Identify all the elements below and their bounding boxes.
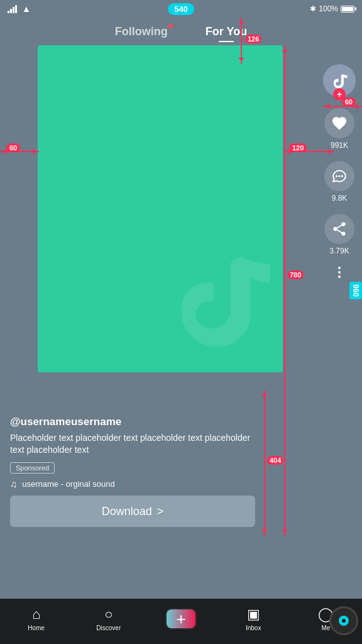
right-actions: + 991K 9.8K [323,64,356,278]
share-icon [331,221,348,237]
comment-icon-container [324,161,354,191]
measure-h-left [0,151,39,152]
measure-badge-126: 126 [245,35,261,43]
comment-count: 9.8K [332,194,348,203]
bar1 [8,11,9,13]
measure-v-top [241,18,242,64]
nav-home[interactable]: ⌂ Home [0,606,72,631]
description: Placeholder text placeholder text placeh… [10,432,260,457]
more-action[interactable] [338,267,341,278]
share-icon-container [324,214,354,244]
signal-area: ▲ [8,4,31,14]
video-thumbnail [38,45,283,372]
username: @usernameusername [10,416,260,428]
like-action[interactable]: 991K [324,108,354,150]
download-arrow: > [157,505,164,518]
tiktok-watermark [157,240,270,353]
like-icon-container [324,108,354,138]
sound-name: username - orginal sound [22,479,114,489]
more-icon [338,267,341,278]
tab-following[interactable]: Following [115,25,168,38]
measure-h-right [323,106,362,107]
comment-action[interactable]: 9.8K [324,161,354,203]
sound-row: ♫ username - orginal sound [10,479,260,489]
nav-discover[interactable]: ○ Discover [72,606,145,631]
bar4 [15,5,17,13]
home-icon: ⌂ [32,606,40,623]
nav-create[interactable]: + [145,609,217,628]
signal-bars [8,5,17,13]
inbox-label: Inbox [246,625,261,631]
bar2 [10,9,12,13]
nav-inbox[interactable]: ▣ Inbox [217,606,290,631]
share-count: 3.79K [329,247,349,255]
battery-icon [341,6,354,13]
measure-badge-780: 780 [287,270,304,279]
bar3 [13,7,14,13]
measure-960: 960 [349,282,362,299]
center-value: 540 [168,3,194,15]
measure-badge-right60: 60 [342,97,356,106]
comment-icon [331,168,348,184]
avatar-container[interactable]: + [323,64,356,97]
discover-icon: ○ [104,606,112,623]
measure-v-404 [264,390,265,536]
nav-tabs: Following For You [0,18,362,45]
me-label: Me [321,625,330,631]
inbox-icon: ▣ [247,606,260,623]
measure-v-780 [284,45,285,536]
sponsored-badge: Sponsored [10,462,55,474]
bluetooth-icon: ✱ [310,4,316,13]
discover-label: Discover [96,625,121,631]
create-plus-icon[interactable]: + [167,609,195,628]
measure-badge-left60: 60 [6,143,20,152]
bottom-nav: ⌂ Home ○ Discover + ▣ Inbox ◯ Me [0,599,362,644]
share-action[interactable]: 3.79K [324,214,354,255]
battery-percent: 100% [319,4,338,13]
video-area[interactable]: + 991K 9.8K [0,45,362,536]
measure-badge-120: 120 [289,143,307,152]
svg-point-0 [336,175,337,177]
download-label: Download [102,505,152,518]
home-label: Home [28,625,45,631]
status-bar: ▲ 540 ✱ 100% [0,0,362,18]
battery-area: ✱ 100% [310,4,354,13]
music-note-icon: ♫ [10,479,17,489]
svg-point-2 [341,175,343,177]
wifi-icon: ▲ [22,4,31,14]
heart-icon [331,115,348,131]
notification-dot [168,24,173,28]
svg-point-1 [338,175,340,177]
bottom-info: @usernameusername Placeholder text place… [0,409,270,536]
battery-fill [342,7,353,11]
measure-badge-404: 404 [267,456,283,465]
tiktok-icon [331,72,348,89]
music-disc [329,606,358,635]
plus-label: + [176,611,185,627]
download-button[interactable]: Download > [10,496,255,527]
